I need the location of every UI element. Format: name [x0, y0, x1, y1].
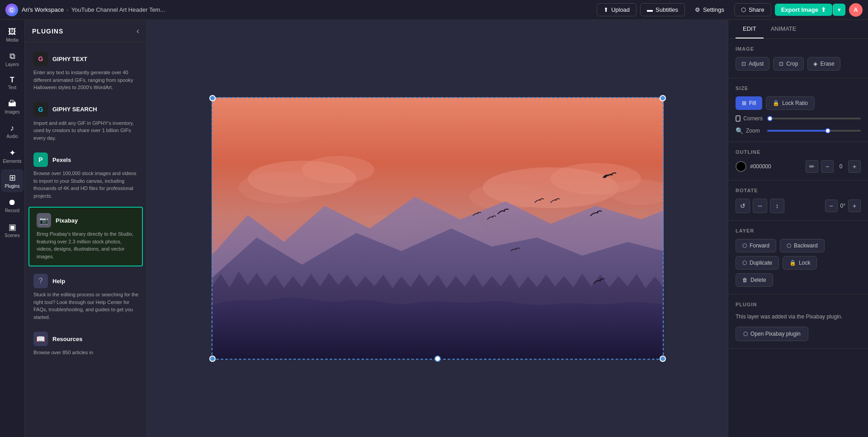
layer-backward-button[interactable]: ⬡ Backward	[780, 239, 825, 252]
outline-minus-button[interactable]: −	[821, 160, 834, 173]
plugin-item-pixabay[interactable]: 📷 Pixabay Bring Pixabay's library direct…	[28, 207, 143, 266]
image-section: IMAGE ⊡ Adjust ⊡ Crop ◈ Erase	[728, 39, 868, 78]
crop-button[interactable]: ⊡ Crop	[773, 57, 804, 71]
sidebar-item-images[interactable]: 🏔 Images	[1, 95, 24, 118]
canvas-area[interactable]	[147, 20, 728, 437]
export-dropdown-button[interactable]: ▾	[833, 4, 845, 16]
tab-edit[interactable]: EDIT	[736, 20, 764, 38]
canvas-wrapper	[212, 97, 664, 360]
export-group: Export Image ⬆ ▾	[775, 4, 845, 16]
outline-row: #000000 ✏ − 0 +	[736, 160, 861, 173]
rotate-ccw-button[interactable]: ↺	[736, 199, 750, 213]
sidebar-item-scenes[interactable]: ▣ Scenes	[1, 218, 24, 242]
rotate-value: 0°	[840, 203, 845, 209]
corner-icon	[736, 115, 741, 122]
zoom-slider-thumb[interactable]	[825, 128, 830, 133]
layer-forward-button[interactable]: ⬡ Forward	[736, 239, 776, 252]
help-name: Help	[52, 278, 65, 285]
size-section-label: SIZE	[736, 86, 861, 91]
rotate-plus-button[interactable]: +	[848, 200, 861, 212]
pexels-name: Pexels	[52, 157, 71, 163]
outline-pen-button[interactable]: ✏	[806, 160, 818, 173]
delete-icon: 🗑	[742, 277, 748, 283]
sidebar-item-elements[interactable]: ✦ Elements	[1, 144, 24, 167]
breadcrumb-separator: ›	[66, 6, 68, 13]
erase-button[interactable]: ◈ Erase	[807, 57, 840, 71]
rotate-minus-button[interactable]: −	[825, 200, 838, 212]
layer-section: LAYER ⬡ Forward ⬡ Backward ⬡ Duplicate 🔒	[728, 221, 868, 294]
lock-ratio-label: Lock Ratio	[782, 100, 808, 106]
outline-section: OUTLINE #000000 ✏ − 0 +	[728, 142, 868, 180]
sidebar-item-media[interactable]: 🖼 Media	[1, 24, 24, 46]
layer-row-3: 🗑 Delete	[736, 273, 861, 287]
plugin-item-help[interactable]: ? Help Stuck in the editing process or s…	[25, 268, 146, 326]
sidebar-label-media: Media	[6, 38, 18, 43]
subtitles-button[interactable]: ▬ Subtitles	[640, 3, 685, 16]
giphy-text-icon: G	[33, 52, 48, 66]
app-logo: C	[5, 4, 18, 16]
sidebar-item-audio[interactable]: ♪ Audio	[1, 120, 24, 142]
size-section: SIZE ⊞ Fill 🔒 Lock Ratio Corners	[728, 78, 868, 142]
rotate-section: ROTATE ↺ ↔ ↕ − 0° +	[728, 180, 868, 221]
sidebar-item-record[interactable]: ⏺ Record	[1, 194, 24, 217]
outline-color-label: #000000	[750, 163, 771, 170]
svg-text:C: C	[10, 7, 14, 13]
sidebar-item-plugins[interactable]: ⊞ Plugins	[1, 169, 24, 192]
sidebar-item-text[interactable]: T Text	[1, 72, 24, 94]
layer-row-2: ⬡ Duplicate 🔒 Lock	[736, 256, 861, 270]
outline-section-label: OUTLINE	[736, 149, 861, 155]
plugins-panel: PLUGINS ‹ G GIPHY TEXT Enter any text to…	[25, 20, 147, 437]
breadcrumb: Ari's Workspace › YouTube Channel Art He…	[22, 6, 165, 13]
plugins-close-button[interactable]: ‹	[137, 26, 139, 36]
canvas-image[interactable]	[212, 97, 664, 360]
upload-button[interactable]: ⬆ Upload	[597, 3, 637, 16]
fill-button[interactable]: ⊞ Fill	[736, 96, 762, 110]
sidebar-item-layers[interactable]: ⧉ Layers	[1, 48, 24, 71]
user-avatar[interactable]: A	[849, 3, 863, 17]
flip-v-button[interactable]: ↕	[770, 199, 784, 213]
open-plugin-icon: ⬡	[743, 331, 748, 337]
settings-button[interactable]: ⚙ Settings	[689, 4, 731, 16]
erase-label: Erase	[820, 61, 834, 67]
giphy-text-name: GIPHY TEXT	[52, 56, 87, 62]
pixabay-desc: Bring Pixabay's library directly to the …	[37, 230, 135, 260]
subtitles-icon: ▬	[647, 6, 653, 13]
corners-slider[interactable]	[767, 118, 861, 119]
corners-slider-row: Corners	[736, 115, 861, 122]
plugins-icon: ⊞	[9, 173, 16, 183]
images-icon: 🏔	[8, 99, 16, 109]
open-plugin-button[interactable]: ⬡ Open Pixabay plugin	[736, 327, 808, 341]
plugin-item-giphy-text[interactable]: G GIPHY TEXT Enter any text to instantly…	[25, 46, 146, 97]
help-desc: Stuck in the editing process or searchin…	[33, 291, 139, 321]
corners-slider-thumb[interactable]	[767, 116, 773, 121]
plugin-help-header: ? Help	[33, 274, 139, 288]
plugin-giphy-text-header: G GIPHY TEXT	[33, 52, 139, 66]
adjust-button[interactable]: ⊡ Adjust	[736, 57, 769, 71]
outline-plus-button[interactable]: +	[848, 160, 861, 173]
zoom-slider[interactable]	[767, 130, 861, 132]
canvas-svg	[212, 97, 664, 360]
panel-tabs: EDIT ANIMATE	[728, 20, 868, 39]
lock-icon: 🔒	[773, 100, 779, 106]
pexels-desc: Browse over 100,000 stock images and vid…	[33, 170, 139, 200]
flip-h-button[interactable]: ↔	[753, 199, 767, 213]
plugin-item-pexels[interactable]: P Pexels Browse over 100,000 stock image…	[25, 147, 146, 205]
plugin-item-giphy-search[interactable]: G GIPHY SEARCH Import and edit any GIF i…	[25, 97, 146, 147]
crop-label: Crop	[786, 61, 798, 67]
plugins-header: PLUGINS ‹	[25, 20, 146, 43]
share-button[interactable]: ⬡ Share	[734, 3, 771, 16]
layer-delete-button[interactable]: 🗑 Delete	[736, 273, 773, 287]
media-icon: 🖼	[8, 27, 16, 37]
plugin-item-resources[interactable]: 📖 Resources Browse over 850 articles in	[25, 326, 146, 362]
layer-lock-button[interactable]: 🔒 Lock	[783, 256, 817, 270]
outline-color-swatch[interactable]	[736, 161, 746, 172]
giphy-search-icon: G	[33, 102, 48, 117]
workspace-name[interactable]: Ari's Workspace	[22, 6, 64, 13]
lock-ratio-button[interactable]: 🔒 Lock Ratio	[766, 96, 815, 110]
layers-icon: ⧉	[9, 52, 15, 61]
tab-animate[interactable]: ANIMATE	[764, 20, 804, 38]
giphy-text-desc: Enter any text to instantly generate ove…	[33, 69, 139, 91]
export-button[interactable]: Export Image ⬆	[775, 4, 832, 16]
layer-duplicate-button[interactable]: ⬡ Duplicate	[736, 256, 779, 270]
fill-label: Fill	[749, 100, 756, 106]
